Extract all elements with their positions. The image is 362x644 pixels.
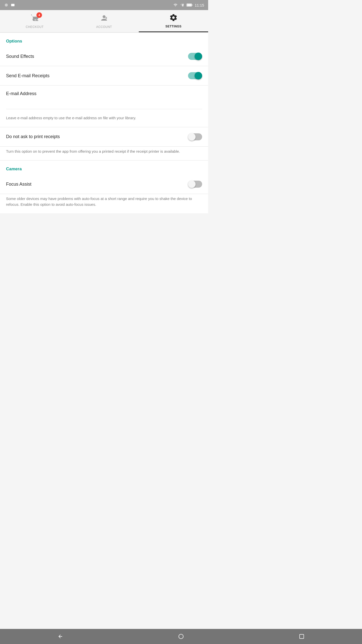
settings-icon [169,13,178,24]
checkout-icon: 4 [30,14,39,24]
email-address-hint: Leave e-mail address empty to use the e-… [0,111,208,127]
sound-effects-toggle[interactable] [188,52,202,60]
no-print-receipts-description: Turn this option on to prevent the app f… [0,147,208,161]
time-display: 11:15 [195,3,204,7]
no-print-receipts-thumb [188,133,196,141]
status-bar: 11:15 [0,0,208,10]
focus-assist-toggle[interactable] [188,180,202,188]
battery-icon [187,3,193,7]
settings-label: SETTINGS [165,25,182,28]
options-section-header: Options [0,33,208,47]
svg-rect-6 [187,4,192,6]
tab-bar: 4 CHECKOUT ACCOUNT SETTINGS [0,10,208,33]
email-receipts-label: Send E-mail Receipts [6,73,50,78]
tab-account[interactable]: ACCOUNT [69,10,139,32]
no-print-receipts-label: Do not ask to print receipts [6,134,60,139]
account-label: ACCOUNT [96,25,112,29]
email-receipts-row: Send E-mail Receipts [0,66,208,86]
sim-icon [4,3,9,7]
no-print-receipts-row: Do not ask to print receipts [0,127,208,147]
email-receipts-toggle[interactable] [188,72,202,80]
focus-assist-label: Focus Assist [6,182,31,187]
svg-rect-5 [192,5,193,6]
checkout-label: CHECKOUT [26,25,43,29]
sound-effects-thumb [195,53,202,60]
status-bar-left [4,3,15,7]
svg-rect-2 [183,4,184,7]
account-icon [100,14,108,24]
svg-point-0 [5,4,8,7]
sound-effects-row: Sound Effects [0,47,208,66]
status-bar-right: 11:15 [173,3,204,7]
email-address-section: E-mail Address [0,86,208,111]
no-print-receipts-toggle[interactable] [188,133,202,141]
svg-rect-3 [182,4,183,7]
svg-rect-1 [11,4,14,6]
wifi-icon [173,3,178,7]
email-receipts-thumb [195,72,202,79]
email-address-input[interactable] [6,100,202,109]
settings-content: Options Sound Effects Send E-mail Receip… [0,33,208,213]
sound-effects-label: Sound Effects [6,54,34,59]
tab-settings[interactable]: SETTINGS [139,10,208,32]
focus-assist-row: Focus Assist [0,175,208,194]
focus-assist-thumb [188,180,196,188]
card-icon [11,3,15,7]
checkout-badge: 4 [36,12,42,18]
camera-section-header: Camera [0,160,208,175]
signal-icon [180,3,185,7]
tab-checkout[interactable]: 4 CHECKOUT [0,10,69,32]
focus-assist-description: Some older devices may have problems wit… [0,194,208,213]
email-address-label: E-mail Address [6,91,202,96]
